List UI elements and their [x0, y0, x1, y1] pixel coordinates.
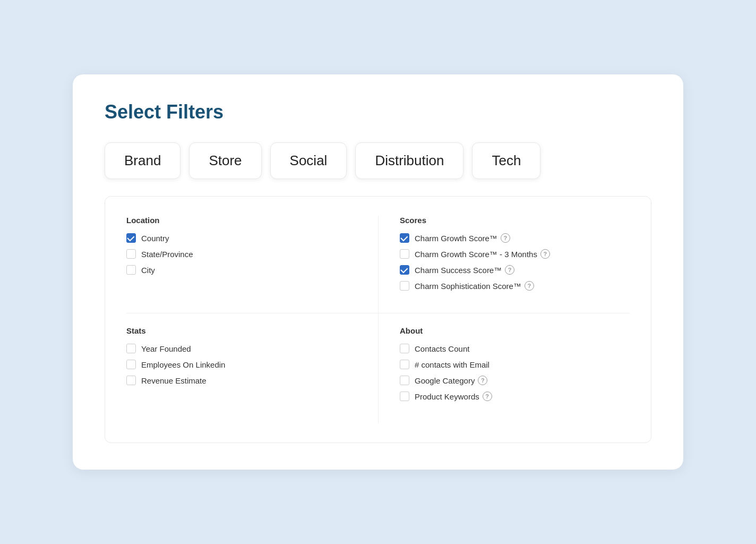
filter-employees-linkedin: Employees On Linkedin — [126, 360, 367, 369]
filter-charm-sophistication: Charm Sophistication Score™ ? — [400, 281, 630, 291]
filter-country: Country — [126, 233, 367, 243]
filter-google-category: Google Category ? — [400, 376, 630, 385]
help-icon-charm-sophistication[interactable]: ? — [525, 281, 534, 291]
label-city[interactable]: City — [141, 266, 155, 275]
tab-social[interactable]: Social — [270, 142, 347, 179]
label-google-category[interactable]: Google Category ? — [415, 376, 487, 385]
section-about-title: About — [400, 326, 630, 335]
label-product-keywords[interactable]: Product Keywords ? — [415, 392, 492, 401]
checkbox-product-keywords[interactable] — [400, 392, 409, 401]
section-stats-title: Stats — [126, 326, 367, 335]
checkbox-contacts-email[interactable] — [400, 360, 409, 369]
help-icon-charm-growth-3m[interactable]: ? — [540, 249, 550, 259]
label-revenue-estimate[interactable]: Revenue Estimate — [141, 376, 207, 385]
checkbox-charm-success[interactable] — [400, 265, 409, 275]
label-charm-sophistication[interactable]: Charm Sophistication Score™ ? — [415, 281, 534, 291]
filter-charm-growth: Charm Growth Score™ ? — [400, 233, 630, 243]
tab-store[interactable]: Store — [189, 142, 261, 179]
tab-brand[interactable]: Brand — [105, 142, 181, 179]
section-scores-title: Scores — [400, 216, 630, 225]
section-location: Location Country State/Province City — [126, 216, 378, 313]
label-charm-success[interactable]: Charm Success Score™ ? — [415, 265, 514, 275]
tab-tech[interactable]: Tech — [472, 142, 540, 179]
filter-charm-growth-3m: Charm Growth Score™ - 3 Months ? — [400, 249, 630, 259]
label-employees-linkedin[interactable]: Employees On Linkedin — [141, 360, 225, 369]
page-title: Select Filters — [105, 101, 651, 123]
help-icon-charm-success[interactable]: ? — [505, 265, 514, 275]
label-contacts-email[interactable]: # contacts with Email — [415, 360, 489, 369]
main-card: Select Filters Brand Store Social Distri… — [73, 74, 683, 470]
checkbox-country[interactable] — [126, 233, 136, 243]
label-charm-growth[interactable]: Charm Growth Score™ ? — [415, 233, 510, 243]
filter-charm-success: Charm Success Score™ ? — [400, 265, 630, 275]
section-location-title: Location — [126, 216, 367, 225]
filter-revenue-estimate: Revenue Estimate — [126, 376, 367, 385]
section-about: About Contacts Count # contacts with Ema… — [378, 313, 630, 423]
checkbox-state-province[interactable] — [126, 249, 136, 259]
filter-city: City — [126, 265, 367, 275]
checkbox-employees-linkedin[interactable] — [126, 360, 136, 369]
label-year-founded[interactable]: Year Founded — [141, 344, 191, 353]
help-icon-google-category[interactable]: ? — [478, 376, 487, 385]
filter-product-keywords: Product Keywords ? — [400, 392, 630, 401]
tab-distribution[interactable]: Distribution — [355, 142, 463, 179]
filter-year-founded: Year Founded — [126, 344, 367, 353]
checkbox-city[interactable] — [126, 265, 136, 275]
filter-contacts-email: # contacts with Email — [400, 360, 630, 369]
section-stats: Stats Year Founded Employees On Linkedin… — [126, 313, 378, 423]
checkbox-contacts-count[interactable] — [400, 344, 409, 353]
checkbox-charm-sophistication[interactable] — [400, 281, 409, 291]
label-state-province[interactable]: State/Province — [141, 250, 193, 259]
checkbox-charm-growth-3m[interactable] — [400, 249, 409, 259]
checkbox-year-founded[interactable] — [126, 344, 136, 353]
help-icon-product-keywords[interactable]: ? — [483, 392, 492, 401]
label-charm-growth-3m[interactable]: Charm Growth Score™ - 3 Months ? — [415, 249, 550, 259]
label-contacts-count[interactable]: Contacts Count — [415, 344, 469, 353]
section-scores: Scores Charm Growth Score™ ? Charm Growt… — [378, 216, 630, 313]
filter-contacts-count: Contacts Count — [400, 344, 630, 353]
label-country[interactable]: Country — [141, 234, 169, 243]
checkbox-charm-growth[interactable] — [400, 233, 409, 243]
checkbox-google-category[interactable] — [400, 376, 409, 385]
filters-panel: Location Country State/Province City Sco… — [105, 196, 651, 443]
checkbox-revenue-estimate[interactable] — [126, 376, 136, 385]
filter-state-province: State/Province — [126, 249, 367, 259]
tabs-row: Brand Store Social Distribution Tech — [105, 142, 651, 179]
help-icon-charm-growth[interactable]: ? — [501, 233, 510, 243]
